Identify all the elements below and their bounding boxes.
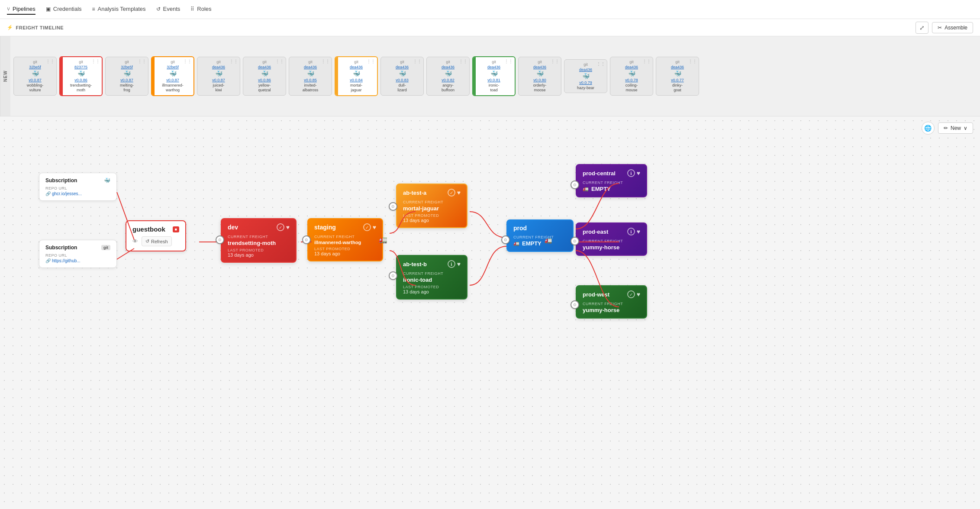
docker-icon: 🐳	[307, 70, 314, 77]
timeline-card[interactable]: ⋮⋮ git dea436 🐳 v0.0.78 coiling-mouse	[610, 57, 653, 96]
connector-dot-prod-central-in[interactable]: ⊙	[571, 180, 579, 189]
heart-icon[interactable]: ♥	[637, 170, 640, 177]
timeline-card[interactable]: ⋮⋮ git dea436 🐳 v0.0.83 dull-lizard	[380, 57, 424, 96]
globe-button[interactable]: 🌐	[922, 122, 935, 135]
info-circle-icon[interactable]: ℹ	[627, 228, 635, 235]
info-circle-icon[interactable]: ℹ	[448, 260, 455, 268]
truck-icon-staging: 🚛	[379, 235, 387, 244]
pipelines-icon: ⑂	[7, 6, 10, 12]
env-node-prod-west: prod-west ✓ ♥ CURRENT FREIGHT yummy-hors…	[576, 285, 647, 319]
docker-icon: 🐳	[104, 177, 110, 184]
connector-dot-prod-east-in[interactable]: ⊙	[571, 237, 579, 245]
timeline-card-mortal[interactable]: ⋮⋮ git dea436 🐳 v0.0.84 mortal-jaguar	[335, 56, 378, 96]
timeline-card[interactable]: ⋮⋮ git dea436 🐳 v0.0.85 invited-albatros…	[289, 57, 332, 96]
color-bar	[335, 57, 338, 95]
pencil-icon: ✏	[944, 125, 948, 131]
header-actions: ⤢ ✂ Assemble	[916, 22, 973, 34]
connector-dot-prod-west-in[interactable]: ⊙	[571, 300, 579, 309]
check-circle-icon[interactable]: ✓	[627, 290, 635, 298]
connector-dot-abtest-b-in[interactable]: ⊙	[389, 271, 397, 280]
chevron-down-icon: ∨	[964, 125, 967, 131]
timeline-card[interactable]: ⋮⋮ git 32be5f 🐳 v0.0.87 wobbling-vulture	[13, 57, 57, 96]
docker-icon: 🐳	[261, 70, 268, 77]
heart-icon[interactable]: ♥	[637, 291, 640, 298]
roles-icon: ⠿	[190, 6, 194, 12]
info-circle-icon[interactable]: ℹ	[627, 169, 635, 177]
freight-timeline-label: ⚡ FREIGHT TIMELINE	[7, 25, 64, 30]
nav-credentials[interactable]: ▣ Credentials	[46, 4, 82, 15]
timeline-card-illmannered[interactable]: ⋮⋮ git 32be5f 🐳 v0.0.87 illmannered-wart…	[151, 56, 194, 96]
heart-icon[interactable]: ♥	[457, 189, 461, 196]
connector-dot-staging-in[interactable]: ⊙	[302, 235, 311, 244]
card-dots-menu[interactable]: ⋮⋮	[688, 59, 697, 64]
card-dots-menu[interactable]: ⋮⋮	[413, 59, 422, 64]
timeline-icon: ⚡	[7, 25, 13, 30]
truck-icon: 🚛	[513, 241, 519, 246]
env-node-abtest-b: ab-test-b ℹ ♥ CURRENT FREIGHT ironic-toa…	[396, 255, 467, 300]
card-dots-menu[interactable]: ⋮⋮	[46, 59, 55, 64]
connector-dot-prod-in[interactable]: ⊙	[501, 235, 510, 244]
card-dots-menu[interactable]: ⋮⋮	[229, 59, 238, 64]
link-icon: 🔗	[45, 258, 51, 263]
color-bar	[60, 57, 63, 95]
card-dots-menu[interactable]: ⋮⋮	[551, 59, 559, 64]
docker-icon: 🐳	[490, 70, 498, 77]
card-dots-menu[interactable]: ⋮⋮	[596, 61, 605, 66]
connector-dot-abtest-a-in[interactable]: ⊙	[389, 202, 397, 211]
color-bar	[152, 57, 155, 95]
timeline-card[interactable]: ⋮⋮ git dea436 🐳 v0.0.79 hazy-bear	[564, 59, 607, 93]
heart-icon[interactable]: ♥	[637, 228, 640, 235]
card-dots-menu[interactable]: ⋮⋮	[459, 59, 467, 64]
expand-button[interactable]: ⤢	[916, 22, 928, 34]
timeline-card[interactable]: ⋮⋮ git dea436 🐳 v0.0.82 angry-buffoon	[426, 57, 470, 96]
nav-analysis-templates[interactable]: ≡ Analysis Templates	[92, 4, 146, 15]
env-node-prod-east: prod-east ℹ ♥ CURRENT FREIGHT yummy-hors…	[576, 222, 647, 256]
eye-slash-icon[interactable]: 👁	[132, 238, 138, 245]
refresh-button[interactable]: ↺ Refresh	[142, 236, 172, 246]
new-pipeline-button[interactable]: ✏ New ∨	[938, 122, 973, 134]
canvas-controls: 🌐 ✏ New ∨	[922, 122, 973, 135]
connector-dot-dev-in[interactable]: ⊙	[216, 235, 224, 244]
card-dots-menu[interactable]: ⋮⋮	[275, 59, 284, 64]
timeline-card-trendsetting[interactable]: ⋮⋮ git 823775 🐳 v0.0.86 trendsetting-mot…	[59, 56, 103, 96]
color-bar	[473, 57, 476, 95]
link-icon: 🔗	[45, 191, 51, 196]
card-dots-menu[interactable]: ⋮⋮	[138, 59, 146, 64]
guestbook-node: guestbook ■ 👁 ↺ Refresh	[126, 220, 186, 251]
docker-icon: 🐳	[536, 70, 544, 77]
docker-icon: 🐳	[674, 70, 681, 77]
credentials-icon: ▣	[46, 6, 51, 12]
truck-icon: 🚛	[583, 186, 589, 192]
top-nav: ⑂ Pipelines ▣ Credentials ≡ Analysis Tem…	[0, 0, 980, 19]
check-circle-icon[interactable]: ✓	[448, 189, 455, 197]
docker-icon: 🐳	[169, 70, 177, 77]
heart-icon[interactable]: ♥	[457, 261, 461, 267]
docker-icon: 🐳	[445, 70, 452, 77]
nav-roles[interactable]: ⠿ Roles	[190, 4, 211, 15]
timeline-card-ironic[interactable]: ⋮⋮ git dea436 🐳 v0.0.81 ironic-toad	[472, 56, 516, 96]
check-circle-icon[interactable]: ✓	[277, 223, 284, 231]
heart-icon[interactable]: ♥	[286, 224, 290, 231]
heart-icon[interactable]: ♥	[373, 224, 376, 231]
card-dots-menu[interactable]: ⋮⋮	[321, 59, 330, 64]
nav-events[interactable]: ↺ Events	[156, 4, 181, 15]
sub-header: ⚡ FREIGHT TIMELINE ⤢ ✂ Assemble	[0, 19, 980, 36]
timeline-card[interactable]: ⋮⋮ git dea436 🐳 v0.0.87 juiced-kiwi	[197, 57, 240, 96]
timeline-card[interactable]: ⋮⋮ git 32be5f 🐳 v0.0.87 melting-frog	[105, 57, 148, 96]
card-dots-menu[interactable]: ⋮⋮	[367, 59, 375, 64]
card-dots-menu[interactable]: ⋮⋮	[642, 59, 651, 64]
nav-pipelines[interactable]: ⑂ Pipelines	[7, 4, 35, 15]
check-circle-icon[interactable]: ✓	[363, 223, 371, 231]
timeline-card[interactable]: ⋮⋮ git dea436 🐳 v0.0.86 yellow-quetzal	[243, 57, 286, 96]
card-dots-menu[interactable]: ⋮⋮	[91, 59, 100, 64]
docker-icon: 🐳	[215, 70, 222, 77]
timeline-card[interactable]: ⋮⋮ git dea436 🐳 v0.0.77 dinky-goat	[656, 57, 699, 96]
env-node-prod: prod CURRENT FREIGHT 🚛 EMPTY	[506, 219, 574, 252]
timeline-card[interactable]: ⋮⋮ git dea436 🐳 v0.0.80 orderly-moose	[518, 57, 561, 96]
docker-icon: 🐳	[32, 70, 39, 77]
card-dots-menu[interactable]: ⋮⋮	[504, 59, 513, 64]
card-dots-menu[interactable]: ⋮⋮	[183, 59, 192, 64]
assemble-button[interactable]: ✂ Assemble	[932, 22, 973, 33]
docker-icon: 🐳	[628, 70, 635, 77]
env-node-prod-central: prod-central ℹ ♥ CURRENT FREIGHT 🚛 EMPTY	[576, 164, 647, 197]
